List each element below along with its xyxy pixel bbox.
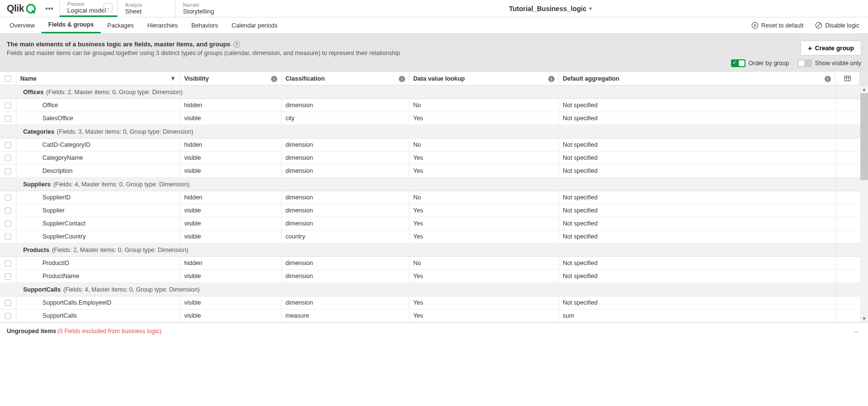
table-row[interactable]: CategoryNamevisibledimensionYesNot speci… [0, 152, 868, 165]
header-classification[interactable]: Classification i [282, 72, 409, 85]
group-meta: (Fields: 2, Master items: 0, Group type:… [50, 247, 188, 253]
create-group-button[interactable]: + Create group [800, 41, 861, 56]
row-checkbox[interactable] [0, 217, 16, 230]
subtab-hierarchies[interactable]: Hierarchies [140, 17, 184, 33]
cell-lookup: No [409, 139, 559, 151]
info-icon[interactable]: i [825, 75, 831, 83]
row-checkbox[interactable] [0, 296, 16, 309]
logo[interactable]: Qlik [0, 0, 40, 17]
column-picker-button[interactable] [835, 72, 859, 85]
group-row[interactable]: Suppliers (Fields: 4, Master items: 0, G… [0, 178, 868, 191]
reset-to-default-button[interactable]: Reset to default [746, 22, 810, 29]
table-row[interactable]: SalesOfficevisiblecityYesNot specified [0, 112, 868, 125]
cell-visibility: visible [180, 230, 282, 243]
table-row[interactable]: ProductIDhiddendimensionNoNot specified [0, 257, 868, 270]
cell-aggregation: Not specified [559, 204, 836, 217]
table-row[interactable]: SupplierIDhiddendimensionNoNot specified [0, 191, 868, 204]
table-row[interactable]: SupportCalls.EmployeeIDvisibledimensionY… [0, 296, 868, 309]
cell-visibility: visible [180, 217, 282, 230]
nav-tab-sheet[interactable]: AnalyzeSheet [117, 0, 175, 17]
filter-icon[interactable]: ▼ [170, 75, 176, 82]
row-checkbox[interactable] [0, 191, 16, 204]
row-checkbox[interactable] [0, 270, 16, 282]
info-icon[interactable]: i [548, 75, 555, 83]
reset-icon [751, 22, 759, 29]
table-row[interactable]: CatID-CategoryIDhiddendimensionNoNot spe… [0, 139, 868, 152]
cell-aggregation: Not specified [559, 112, 836, 125]
table-row[interactable]: SupplierContactvisibledimensionYesNot sp… [0, 217, 868, 230]
group-meta: (Fields: 3, Master items: 0, Group type:… [55, 128, 193, 135]
group-row[interactable]: Products (Fields: 2, Master items: 0, Gr… [0, 243, 868, 257]
cell-aggregation: Not specified [559, 270, 836, 282]
scroll-up-button[interactable]: ▲ [860, 85, 868, 93]
info-icon[interactable]: i [271, 75, 277, 83]
nav-tab-storytelling[interactable]: NarrateStorytelling [175, 0, 233, 17]
header-checkbox[interactable] [0, 72, 16, 85]
row-checkbox[interactable] [0, 165, 16, 177]
table-row[interactable]: DescriptionvisibledimensionYesNot specif… [0, 165, 868, 178]
cell-lookup: Yes [409, 152, 559, 164]
banner-subtitle: Fields and master items can be grouped t… [7, 50, 731, 56]
order-by-group-toggle[interactable] [731, 59, 746, 67]
fields-table: Name ▼ Visibility i Classification i Dat… [0, 72, 868, 322]
scroll-down-button[interactable]: ▼ [860, 315, 868, 322]
group-row[interactable]: Categories (Fields: 3, Master items: 0, … [0, 125, 868, 139]
row-checkbox[interactable] [0, 204, 16, 217]
row-checkbox[interactable] [0, 257, 16, 269]
cell-classification: dimension [282, 139, 409, 151]
group-row[interactable]: Offices (Fields: 2, Master items: 0, Gro… [0, 85, 868, 99]
subtab-overview[interactable]: Overview [3, 17, 41, 33]
vertical-scrollbar[interactable]: ▲ ▼ [860, 85, 868, 322]
cell-end [836, 204, 860, 217]
header-lookup[interactable]: Data value lookup i [409, 72, 559, 85]
info-banner: The main elements of a business logic ar… [0, 34, 868, 72]
subtab-calendar-periods[interactable]: Calendar periods [225, 17, 284, 33]
cell-lookup: Yes [409, 296, 559, 309]
subtab-behaviors[interactable]: Behaviors [185, 17, 225, 33]
cell-lookup: Yes [409, 165, 559, 177]
table-row[interactable]: OfficehiddendimensionNoNot specified [0, 99, 868, 112]
sub-tabs: OverviewFields & groupsPackagesHierarchi… [0, 17, 868, 34]
group-row[interactable]: SupportCalls (Fields: 4, Master items: 0… [0, 283, 868, 296]
cell-lookup: Yes [409, 217, 559, 230]
row-checkbox[interactable] [0, 152, 16, 164]
disable-logic-button[interactable]: Disable logic [809, 22, 865, 29]
header-visibility[interactable]: Visibility i [180, 72, 282, 85]
help-icon[interactable]: ? [233, 41, 240, 48]
cell-name: SupportCalls [16, 309, 180, 322]
cell-end [836, 230, 860, 243]
more-menu-button[interactable]: ••• [40, 0, 59, 17]
cell-lookup: Yes [409, 112, 559, 125]
nav-tab-logical-model[interactable]: PrepareLogical model⌄ [59, 0, 117, 17]
table-row[interactable]: SuppliervisibledimensionYesNot specified [0, 204, 868, 217]
header-aggregation[interactable]: Default aggregation i [559, 72, 835, 85]
show-visible-only-toggle[interactable] [798, 59, 812, 67]
row-checkbox[interactable] [0, 99, 16, 112]
disable-icon [815, 22, 822, 29]
ungrouped-items-bar[interactable]: Ungrouped items (0 Fields excluded from … [0, 322, 868, 339]
header-name[interactable]: Name ▼ [16, 72, 180, 85]
row-checkbox[interactable] [0, 230, 16, 243]
row-checkbox[interactable] [0, 112, 16, 125]
chevron-down-icon[interactable]: ⌄ [104, 3, 112, 12]
cell-lookup: Yes [409, 204, 559, 217]
cell-end [836, 257, 860, 269]
row-checkbox[interactable] [0, 139, 16, 151]
cell-classification: dimension [282, 191, 409, 204]
info-icon[interactable]: i [399, 75, 405, 83]
subtab-packages[interactable]: Packages [101, 17, 141, 33]
cell-end [836, 152, 860, 164]
nav-tab-category: Prepare [68, 1, 109, 7]
table-row[interactable]: SupplierCountryvisiblecountryYesNot spec… [0, 230, 868, 243]
chevron-up-icon[interactable]: ︿ [852, 325, 861, 336]
scroll-thumb[interactable] [860, 93, 868, 180]
subtab-fields-groups[interactable]: Fields & groups [41, 17, 100, 33]
table-row[interactable]: ProductNamevisibledimensionYesNot specif… [0, 270, 868, 283]
table-row[interactable]: SupportCallsvisiblemeasureYessum [0, 309, 868, 322]
row-checkbox[interactable] [0, 309, 16, 322]
group-name: Products [23, 247, 49, 253]
app-title[interactable]: Tutorial_Business_logic ▾ [233, 0, 868, 17]
cell-aggregation: Not specified [559, 152, 836, 164]
cell-aggregation: Not specified [559, 257, 836, 269]
cell-classification: country [282, 230, 409, 243]
